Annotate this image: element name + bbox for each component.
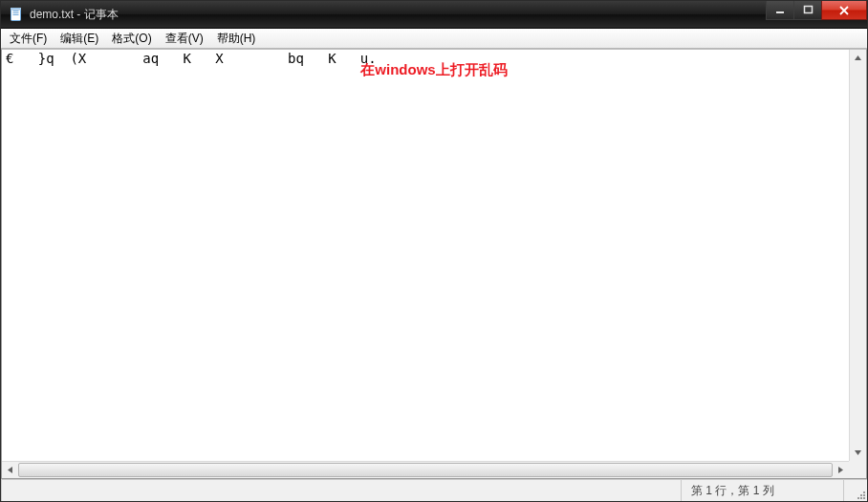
hscroll-track[interactable] [18, 462, 833, 478]
status-bar: 第 1 行，第 1 列 [1, 479, 867, 501]
scroll-up-icon[interactable] [850, 50, 866, 66]
window-controls [767, 1, 867, 28]
maximize-button[interactable] [793, 1, 822, 20]
menu-view[interactable]: 查看(V) [159, 30, 210, 48]
annotation-text: 在windows上打开乱码 [360, 61, 507, 79]
menu-bar: 文件(F) 编辑(E) 格式(O) 查看(V) 帮助(H) [1, 29, 867, 49]
svg-rect-4 [11, 8, 21, 11]
client-area: € }q (X aq K X bq K u. 在windows上打开乱码 [1, 49, 867, 479]
vertical-scrollbar[interactable] [849, 50, 866, 461]
menu-edit[interactable]: 编辑(E) [54, 30, 105, 48]
notepad-icon [9, 7, 24, 22]
text-area[interactable]: € }q (X aq K X bq K u. [2, 50, 866, 478]
svg-rect-5 [776, 11, 784, 13]
status-sizegrip[interactable] [843, 480, 867, 501]
horizontal-scrollbar[interactable] [2, 461, 866, 478]
scroll-right-icon[interactable] [833, 462, 849, 478]
window-title: demo.txt - 记事本 [30, 6, 767, 23]
status-pane-blank [1, 480, 681, 501]
resize-grip-icon [854, 488, 865, 499]
minimize-button[interactable] [766, 1, 794, 20]
status-cursor-position: 第 1 行，第 1 列 [681, 480, 843, 501]
notepad-window: demo.txt - 记事本 文件(F) 编辑(E) 格式(O) 查看(V) 帮… [0, 0, 868, 502]
svg-rect-6 [804, 7, 812, 13]
menu-format[interactable]: 格式(O) [105, 30, 158, 48]
title-bar[interactable]: demo.txt - 记事本 [1, 1, 867, 29]
scroll-down-icon[interactable] [850, 445, 866, 461]
hscroll-thumb[interactable] [18, 463, 833, 477]
menu-file[interactable]: 文件(F) [3, 30, 54, 48]
scroll-left-icon[interactable] [2, 462, 18, 478]
menu-help[interactable]: 帮助(H) [210, 30, 263, 48]
scroll-corner [849, 461, 866, 478]
close-button[interactable] [821, 1, 867, 20]
